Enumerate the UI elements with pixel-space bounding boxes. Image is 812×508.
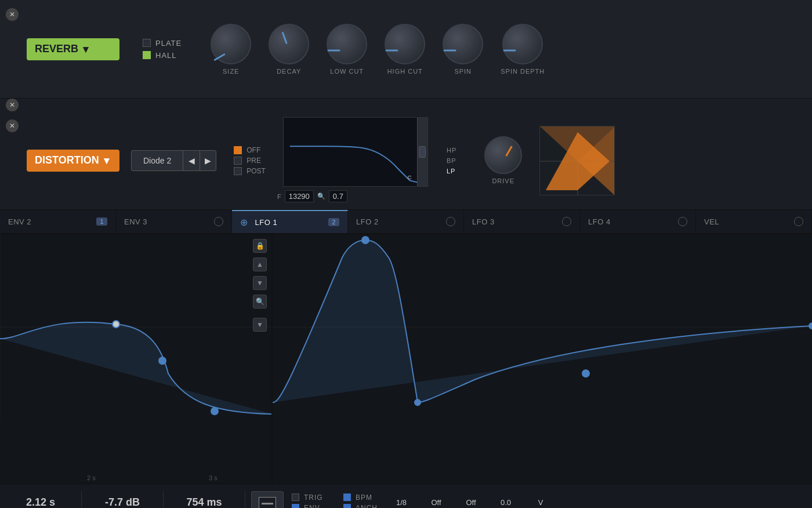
reverb-knobs-row: SIZE DECAY LOW CUT HIGH CUT SPIN SPIN DE…	[211, 24, 545, 75]
env-up-tool[interactable]: ▲	[253, 257, 267, 271]
anch-checkbox[interactable]	[343, 504, 351, 508]
reverb-types: PLATE HALL	[143, 39, 182, 60]
distortion-close-button[interactable]: ✕	[6, 119, 19, 132]
off-checkbox[interactable]	[234, 146, 242, 154]
lfo-panel	[273, 234, 812, 484]
trig-checkbox[interactable]	[292, 494, 299, 501]
dist-preset-prev[interactable]: ◀	[183, 151, 200, 170]
dist-preset-next[interactable]: ▶	[200, 151, 216, 170]
filter-type-buttons: HP BP LP	[442, 146, 461, 176]
tab-lfo1[interactable]: ⊕ LFO 1 2	[232, 210, 348, 233]
bottom-bar: 2.12 s -7.7 dB 754 ms ▬▬ TRIG ENV	[0, 484, 812, 508]
env-checkbox[interactable]	[292, 504, 299, 508]
lfo-anch-row[interactable]: ANCH	[343, 504, 379, 509]
tab-lfo2-label: LFO 2	[356, 217, 379, 226]
lfo-value-off1[interactable]: Off	[422, 498, 451, 507]
lfo-bpm-row[interactable]: BPM	[343, 494, 379, 502]
tab-lfo1-content: ⊕ LFO 1	[240, 217, 277, 228]
highcut-knob[interactable]	[385, 24, 425, 64]
drive-label: DRIVE	[492, 177, 514, 184]
distortion-label[interactable]: DISTORTION ▾	[27, 150, 119, 172]
filter-toggle-pre[interactable]: PRE	[234, 157, 266, 165]
spindepth-knob-group: SPIN DEPTH	[501, 24, 545, 75]
env-time2-value: 754 ms	[164, 496, 245, 508]
post-checkbox[interactable]	[234, 167, 242, 175]
tab-lfo3[interactable]: LFO 3	[464, 210, 580, 233]
plate-checkbox[interactable]	[143, 39, 151, 47]
lfo-value-v[interactable]: V	[526, 498, 555, 507]
off-label: OFF	[246, 146, 260, 154]
lfo-value-boxes: 1/8 Off Off 0.0 V	[387, 498, 555, 507]
filter-freq-value[interactable]: 13290	[285, 190, 314, 202]
size-knob-group: SIZE	[211, 24, 251, 75]
spindepth-knob[interactable]	[502, 24, 543, 64]
lfo-value-1-8[interactable]: 1/8	[387, 498, 416, 507]
hall-checkbox[interactable]	[143, 51, 151, 59]
filter-toggle-post[interactable]: POST	[234, 167, 266, 175]
tab-lfo2-circle	[446, 217, 455, 226]
env-lock-tool[interactable]: 🔒	[253, 239, 267, 253]
post-label: POST	[246, 167, 266, 175]
tab-env2-label: ENV 2	[8, 217, 31, 226]
bpm-checkbox[interactable]	[343, 494, 351, 501]
svg-point-13	[415, 400, 420, 405]
tab-lfo3-label: LFO 3	[472, 217, 495, 226]
lfo-trig-row[interactable]: TRIG	[292, 494, 327, 502]
lfo-env-row[interactable]: ENV	[292, 504, 327, 509]
size-knob[interactable]	[211, 24, 251, 64]
svg-point-15	[809, 323, 812, 329]
reverb-section: ✕ REVERB ▾ PLATE HALL SIZE DECAY LOW CUT…	[0, 0, 812, 99]
drive-knob[interactable]	[484, 136, 522, 174]
lfo-value-0[interactable]: 0.0	[491, 498, 520, 507]
filter-display: C	[283, 117, 428, 187]
tab-env2[interactable]: ENV 2 1	[0, 210, 116, 233]
filter-q-icon: 🔍	[317, 193, 325, 200]
spindepth-label: SPIN DEPTH	[501, 68, 545, 75]
env-panel: 2 s 3 s 🔒 ▲ ▼ 🔍 ▼	[0, 234, 273, 484]
env-zoom-tool[interactable]: 🔍	[253, 295, 267, 309]
filter-q-value[interactable]: 0.7	[329, 190, 347, 202]
env-time1-value: 2.12 s	[0, 496, 81, 508]
preset-lines: ▬▬	[262, 499, 273, 506]
size-label: SIZE	[223, 68, 239, 75]
filter-lp-button[interactable]: LP	[442, 166, 461, 176]
lfo-bottom-controls: ▬▬ TRIG ENV BPM ANCH 1/8	[245, 491, 812, 509]
bpm-label: BPM	[356, 494, 379, 502]
lfo-curve-svg	[273, 234, 812, 420]
modulation-area: 2 s 3 s 🔒 ▲ ▼ 🔍 ▼	[0, 234, 812, 484]
tab-vel[interactable]: VEL	[696, 210, 812, 233]
reverb-close-button[interactable]: ✕	[6, 8, 19, 21]
reverb-type-hall[interactable]: HALL	[143, 51, 182, 60]
env-down-tool[interactable]: ▼	[253, 276, 267, 290]
decay-knob[interactable]	[269, 24, 309, 64]
filter-bp-button[interactable]: BP	[442, 156, 461, 165]
decay-label: DECAY	[277, 68, 301, 75]
hall-label: HALL	[155, 51, 177, 60]
tab-env2-badge: 1	[96, 217, 107, 226]
filter-hp-button[interactable]: HP	[442, 146, 461, 155]
tab-env3[interactable]: ENV 3	[116, 210, 232, 233]
lfo-preset-button[interactable]: ▬▬	[251, 491, 284, 509]
anch-label: ANCH	[356, 504, 379, 509]
reverb-type-plate[interactable]: PLATE	[143, 39, 182, 48]
filter-toggle-off[interactable]: OFF	[234, 146, 266, 154]
filter-slider-handle[interactable]	[419, 146, 426, 158]
env-db-value: -7.7 dB	[82, 496, 163, 508]
filter-vertical-slider[interactable]	[417, 118, 427, 186]
lfo-value-off2[interactable]: Off	[456, 498, 485, 507]
lowcut-knob[interactable]	[327, 24, 367, 64]
lfo-bpm-anch-group: BPM ANCH	[335, 494, 387, 509]
env-time-2s: 2 s	[87, 474, 96, 481]
pre-checkbox[interactable]	[234, 157, 242, 165]
spin-knob[interactable]	[443, 24, 483, 64]
tab-lfo2[interactable]: LFO 2	[348, 210, 464, 233]
mid-close-button[interactable]: ✕	[6, 99, 19, 111]
tab-vel-circle	[794, 217, 803, 226]
tab-lfo4[interactable]: LFO 4	[580, 210, 696, 233]
dist-preset-selector[interactable]: Diode 2 ◀ ▶	[131, 150, 216, 171]
env-scroll-down-tool[interactable]: ▼	[253, 318, 267, 332]
lfo1-drag-icon: ⊕	[240, 217, 248, 228]
tabs-row: ENV 2 1 ENV 3 ⊕ LFO 1 2 LFO 2 LFO 3 LFO …	[0, 210, 812, 234]
tab-lfo1-badge: 2	[328, 218, 339, 226]
reverb-label[interactable]: REVERB ▾	[27, 38, 119, 60]
